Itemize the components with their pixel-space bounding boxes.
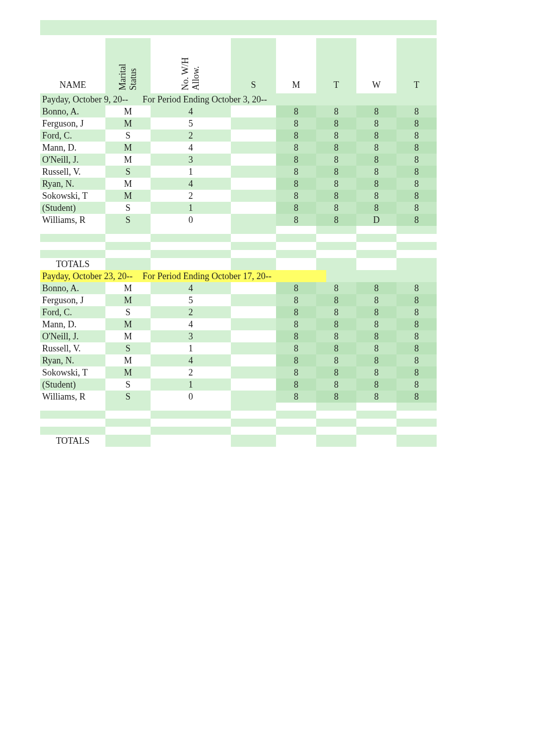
table-row: Ferguson, J M 5 8 8 8 8	[40, 117, 492, 130]
cell-w: 8	[356, 354, 396, 366]
cell-s	[231, 178, 276, 190]
cell-t1: 8	[316, 190, 356, 202]
cell-w: 8	[356, 306, 396, 318]
cell-t2: 8	[396, 330, 437, 342]
period-header-row: Payday, October 23, 20-- For Period Endi…	[40, 270, 492, 282]
cell-wh-allow: 4	[151, 282, 231, 294]
cell-s	[231, 117, 276, 130]
period-label: For Period Ending October 3, 20--	[143, 94, 267, 105]
cell-wh-allow: 1	[151, 202, 231, 214]
cell-t2: 8	[396, 366, 437, 379]
table-row: Ryan, N. M 4 8 8 8 8	[40, 178, 492, 190]
cell-w: 8	[356, 105, 396, 117]
table-row: Mann, D. M 4 8 8 8 8	[40, 318, 492, 330]
cell-wh-allow: 4	[151, 142, 231, 154]
cell-t1: 8	[316, 166, 356, 178]
col-t2: T	[396, 38, 437, 93]
cell-wh-allow: 4	[151, 318, 231, 330]
cell-wh-allow: 4	[151, 105, 231, 117]
cell-t1: 8	[316, 142, 356, 154]
cell-t2: 8	[396, 142, 437, 154]
totals-row: TOTALS	[40, 258, 492, 270]
table-row: Ferguson, J M 5 8 8 8 8	[40, 294, 492, 306]
table-row: Bonno, A. M 4 8 8 8 8	[40, 282, 492, 294]
table-row: Williams, R S 0 8 8 D 8	[40, 214, 492, 226]
cell-t1: 8	[316, 294, 356, 306]
col-w: W	[356, 38, 396, 93]
cell-name: Russell, V.	[40, 342, 105, 354]
cell-t2: 8	[396, 178, 437, 190]
cell-t1: 8	[316, 318, 356, 330]
cell-s	[231, 379, 276, 391]
period-header-row: Payday, October 9, 20-- For Period Endin…	[40, 93, 492, 105]
table-row: Sokowski, T M 2 8 8 8 8	[40, 366, 492, 379]
col-w-label: W	[372, 80, 381, 90]
cell-wh-allow: 5	[151, 294, 231, 306]
cell-m: 8	[276, 202, 316, 214]
cell-wh-allow: 1	[151, 379, 231, 391]
cell-name: Ferguson, J	[40, 294, 105, 306]
cell-w: 8	[356, 379, 396, 391]
cell-m: 8	[276, 306, 316, 318]
cell-w: 8	[356, 282, 396, 294]
cell-t2: 8	[396, 282, 437, 294]
cell-t1: 8	[316, 366, 356, 379]
cell-t2: 8	[396, 379, 437, 391]
table-row: Ford, C. S 2 8 8 8 8	[40, 306, 492, 318]
col-wh-allow: No. W/H Allow.	[151, 38, 231, 93]
table-row: (Student) S 1 8 8 8 8	[40, 202, 492, 214]
col-name: NAME	[40, 38, 105, 93]
cell-w: D	[356, 214, 396, 226]
cell-marital-status: M	[105, 294, 151, 306]
cell-t1: 8	[316, 202, 356, 214]
cell-t2: 8	[396, 354, 437, 366]
cell-marital-status: M	[105, 354, 151, 366]
cell-t1: 8	[316, 154, 356, 166]
cell-name: Bonno, A.	[40, 105, 105, 117]
cell-name: Russell, V.	[40, 166, 105, 178]
cell-m: 8	[276, 391, 316, 403]
cell-t1: 8	[316, 354, 356, 366]
cell-s	[231, 154, 276, 166]
cell-t2: 8	[396, 190, 437, 202]
cell-w: 8	[356, 342, 396, 354]
cell-name: Williams, R	[40, 214, 105, 226]
cell-name: Mann, D.	[40, 142, 105, 154]
cell-t2: 8	[396, 214, 437, 226]
cell-wh-allow: 2	[151, 130, 231, 142]
pay-period-section: Payday, October 9, 20-- For Period Endin…	[40, 93, 492, 270]
cell-w: 8	[356, 117, 396, 130]
cell-s	[231, 294, 276, 306]
cell-marital-status: M	[105, 142, 151, 154]
cell-s	[231, 130, 276, 142]
table-row: (Student) S 1 8 8 8 8	[40, 379, 492, 391]
cell-t2: 8	[396, 130, 437, 142]
cell-m: 8	[276, 130, 316, 142]
cell-w: 8	[356, 202, 396, 214]
table-row: Russell, V. S 1 8 8 8 8	[40, 342, 492, 354]
totals-label: TOTALS	[56, 436, 89, 446]
cell-w: 8	[356, 294, 396, 306]
cell-name: O'Neill, J.	[40, 330, 105, 342]
cell-m: 8	[276, 282, 316, 294]
col-s: S	[231, 38, 276, 93]
cell-t1: 8	[316, 214, 356, 226]
cell-m: 8	[276, 214, 316, 226]
totals-row: TOTALS	[40, 435, 492, 447]
pay-period-section: Payday, October 23, 20-- For Period Endi…	[40, 270, 492, 447]
cell-w: 8	[356, 366, 396, 379]
cell-marital-status: S	[105, 130, 151, 142]
cell-marital-status: M	[105, 178, 151, 190]
cell-marital-status: S	[105, 379, 151, 391]
cell-name: Ferguson, J	[40, 117, 105, 130]
cell-w: 8	[356, 178, 396, 190]
table-row: O'Neill, J. M 3 8 8 8 8	[40, 330, 492, 342]
cell-s	[231, 190, 276, 202]
cell-t1: 8	[316, 117, 356, 130]
table-row: Williams, R S 0 8 8 8 8	[40, 391, 492, 403]
cell-wh-allow: 3	[151, 330, 231, 342]
cell-t1: 8	[316, 105, 356, 117]
col-t1-label: T	[334, 80, 339, 90]
cell-t2: 8	[396, 318, 437, 330]
cell-t1: 8	[316, 342, 356, 354]
